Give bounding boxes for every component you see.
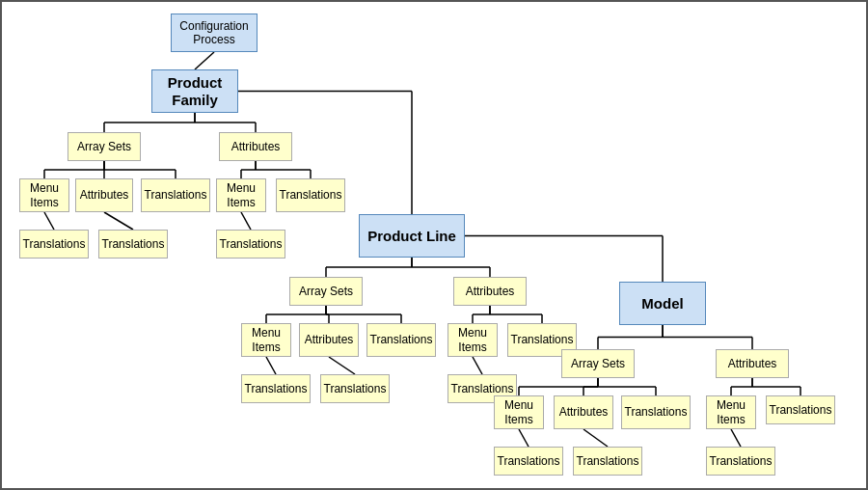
m_as_menu_items: MenuItems [494,395,544,429]
pf_attr_translations2: Translations [216,230,285,259]
config_process: ConfigurationProcess [171,14,258,52]
product_family: ProductFamily [151,69,238,113]
diagram: ConfigurationProcessProductFamilyArray S… [2,2,868,490]
svg-line-24 [241,212,251,230]
pf_attributes: Attributes [219,132,292,161]
m_attr_translations2: Translations [706,447,775,476]
svg-line-76 [731,429,741,447]
product_line: Product Line [359,214,465,258]
m_attr_menu_items: MenuItems [706,395,756,429]
svg-line-22 [44,212,54,230]
svg-line-48 [266,357,276,374]
svg-line-23 [104,212,133,230]
pl_as_menu_items: MenuItems [241,323,291,357]
m_as_attributes: Attributes [554,395,613,429]
m_as_translations: Translations [621,395,691,429]
pl_as_mi_translations: Translations [241,374,311,403]
pl_attr_menu_items: MenuItems [448,323,498,357]
svg-line-49 [329,357,355,374]
pf_attr_translations: Translations [276,178,345,212]
pf_as_translations: Translations [141,178,210,212]
pf_as_attr_translations: Translations [98,230,168,259]
svg-line-50 [473,357,482,374]
m_attributes: Attributes [716,349,789,378]
svg-line-75 [583,429,608,447]
model: Model [619,282,706,325]
svg-line-74 [519,429,529,447]
pl_as_attributes: Attributes [299,323,359,357]
pf_array_sets: Array Sets [68,132,141,161]
pf_as_attributes: Attributes [75,178,133,212]
m_array_sets: Array Sets [561,349,635,378]
svg-line-0 [195,52,214,69]
m_as_attr_translations: Translations [573,447,642,476]
pl_as_attr_translations: Translations [320,374,390,403]
m_attr_translations: Translations [766,395,835,424]
pl_array_sets: Array Sets [289,277,363,306]
pf_as_mi_translations: Translations [19,230,89,259]
pf_attr_menu_items: MenuItems [216,178,266,212]
pf_as_menu_items: MenuItems [19,178,69,212]
m_as_mi_translations: Translations [494,447,563,476]
pl_attributes: Attributes [453,277,527,306]
pl_as_translations: Translations [366,323,436,357]
